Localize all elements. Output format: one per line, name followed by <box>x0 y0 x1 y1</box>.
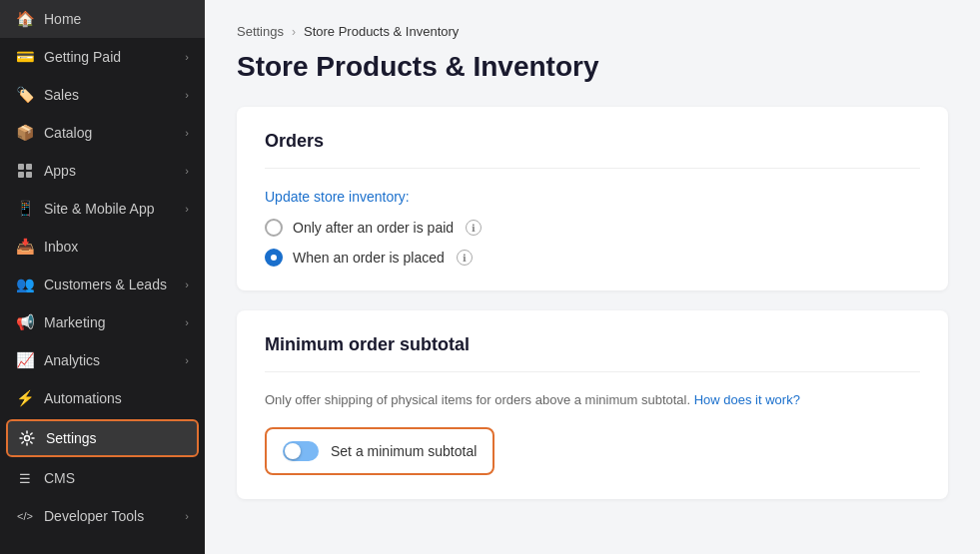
chevron-icon: › <box>185 51 189 63</box>
sidebar-item-catalog[interactable]: 📦 Catalog › <box>0 114 205 152</box>
sidebar-item-label: Inbox <box>44 239 189 255</box>
chevron-icon: › <box>185 316 189 328</box>
chevron-icon: › <box>185 203 189 215</box>
sidebar-item-site-mobile[interactable]: 📱 Site & Mobile App › <box>0 190 205 228</box>
inventory-radio-group: Only after an order is paid ℹ When an or… <box>265 219 920 267</box>
breadcrumb-separator: › <box>292 25 296 39</box>
sidebar-item-apps[interactable]: Apps › <box>0 152 205 190</box>
page-title: Store Products & Inventory <box>237 51 948 83</box>
developer-tools-icon: </> <box>16 507 34 525</box>
breadcrumb: Settings › Store Products & Inventory <box>237 24 948 39</box>
svg-point-4 <box>25 436 30 441</box>
chevron-icon: › <box>185 354 189 366</box>
sidebar-item-customers-leads[interactable]: 👥 Customers & Leads › <box>0 266 205 303</box>
orders-card-title: Orders <box>265 131 920 169</box>
toggle-thumb <box>285 443 301 459</box>
radio-label-paid: Only after an order is paid <box>293 220 454 236</box>
sidebar-item-label: Catalog <box>44 125 175 141</box>
sidebar-item-label: Site & Mobile App <box>44 201 175 217</box>
radio-circle-paid[interactable] <box>265 219 283 237</box>
toggle-switch[interactable] <box>283 441 319 461</box>
svg-rect-0 <box>18 164 24 170</box>
sales-icon: 🏷️ <box>16 86 34 104</box>
sidebar-item-cms[interactable]: ☰ CMS <box>0 459 205 497</box>
sidebar-item-home[interactable]: 🏠 Home <box>0 0 205 38</box>
analytics-icon: 📈 <box>16 351 34 369</box>
sidebar-item-settings[interactable]: Settings <box>6 419 199 457</box>
automations-icon: ⚡ <box>16 389 34 407</box>
catalog-icon: 📦 <box>16 124 34 142</box>
site-mobile-icon: 📱 <box>16 200 34 218</box>
svg-rect-3 <box>26 172 32 178</box>
chevron-icon: › <box>185 127 189 139</box>
min-order-title: Minimum order subtotal <box>265 334 920 372</box>
getting-paid-icon: 💳 <box>16 48 34 66</box>
radio-label-placed: When an order is placed <box>293 250 445 266</box>
sidebar-item-sales[interactable]: 🏷️ Sales › <box>0 76 205 114</box>
radio-item-placed[interactable]: When an order is placed ℹ <box>265 249 920 267</box>
home-icon: 🏠 <box>16 10 34 28</box>
apps-icon <box>16 162 34 180</box>
svg-rect-2 <box>18 172 24 178</box>
chevron-icon: › <box>185 510 189 522</box>
set-minimum-subtotal-toggle[interactable]: Set a minimum subtotal <box>265 427 494 475</box>
sidebar-item-label: Sales <box>44 87 175 103</box>
min-order-description: Only offer shipping of physical items fo… <box>265 392 920 407</box>
radio-circle-placed[interactable] <box>265 249 283 267</box>
toggle-label: Set a minimum subtotal <box>331 443 477 459</box>
sidebar-item-label: Developer Tools <box>44 508 175 524</box>
sidebar-item-getting-paid[interactable]: 💳 Getting Paid › <box>0 38 205 76</box>
sidebar-item-label: CMS <box>44 470 189 486</box>
customers-icon: 👥 <box>16 276 34 293</box>
sidebar-item-label: Home <box>44 11 189 27</box>
sidebar-item-inbox[interactable]: 📥 Inbox <box>0 228 205 266</box>
chevron-icon: › <box>185 165 189 177</box>
radio-item-paid[interactable]: Only after an order is paid ℹ <box>265 219 920 237</box>
sidebar-item-label: Apps <box>44 163 175 179</box>
breadcrumb-parent[interactable]: Settings <box>237 24 284 39</box>
info-icon-placed[interactable]: ℹ <box>457 250 473 266</box>
svg-rect-1 <box>26 164 32 170</box>
orders-card: Orders Update store inventory: Only afte… <box>237 107 948 290</box>
sidebar: 🏠 Home 💳 Getting Paid › 🏷️ Sales › 📦 Cat… <box>0 0 205 554</box>
sidebar-item-label: Automations <box>44 390 189 406</box>
sidebar-item-label: Settings <box>46 430 187 446</box>
sidebar-item-label: Marketing <box>44 314 175 330</box>
inbox-icon: 📥 <box>16 238 34 256</box>
sidebar-item-label: Getting Paid <box>44 49 175 65</box>
sidebar-item-automations[interactable]: ⚡ Automations <box>0 379 205 417</box>
sidebar-item-label: Analytics <box>44 352 175 368</box>
main-content: Settings › Store Products & Inventory St… <box>205 0 980 554</box>
sidebar-item-analytics[interactable]: 📈 Analytics › <box>0 341 205 379</box>
how-does-it-work-link[interactable]: How does it work? <box>694 392 800 407</box>
inventory-label: Update store inventory: <box>265 189 920 205</box>
cms-icon: ☰ <box>16 469 34 487</box>
chevron-icon: › <box>185 278 189 290</box>
breadcrumb-current: Store Products & Inventory <box>304 24 459 39</box>
settings-icon <box>18 429 36 447</box>
sidebar-item-developer-tools[interactable]: </> Developer Tools › <box>0 497 205 535</box>
marketing-icon: 📢 <box>16 313 34 331</box>
chevron-icon: › <box>185 89 189 101</box>
min-order-card: Minimum order subtotal Only offer shippi… <box>237 310 948 499</box>
info-icon-paid[interactable]: ℹ <box>466 220 482 236</box>
sidebar-item-marketing[interactable]: 📢 Marketing › <box>0 303 205 341</box>
sidebar-item-label: Customers & Leads <box>44 277 175 292</box>
